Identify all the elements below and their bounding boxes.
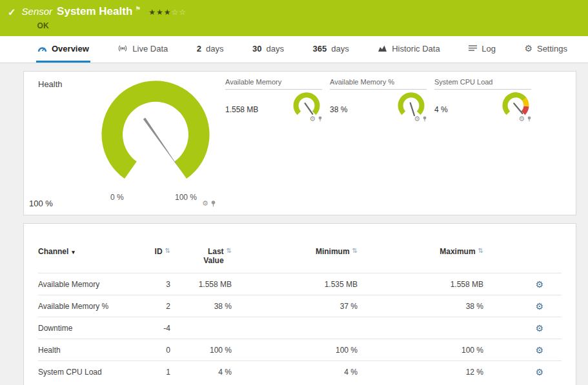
available-memory-pct-gauge xyxy=(396,91,427,117)
tab-number: 2 xyxy=(197,44,201,54)
pin-icon[interactable] xyxy=(318,116,322,122)
system-cpu-load-gauge xyxy=(500,91,531,117)
tab-label: days xyxy=(267,44,284,54)
col-minimum[interactable]: Minimum xyxy=(316,247,350,256)
tab-label: Overview xyxy=(52,44,89,54)
mini-gauges: Available Memory 1.558 MB ⚙ Available Me… xyxy=(225,78,531,123)
priority-stars[interactable]: ★★★☆☆ xyxy=(148,8,187,17)
tab-label: days xyxy=(331,44,349,54)
channel-settings-icon[interactable]: ⚙ xyxy=(535,345,543,355)
gauge-needle xyxy=(411,103,414,116)
tab-label: Settings xyxy=(537,44,567,54)
channel-filter-dropdown-icon[interactable]: ▾ xyxy=(72,249,75,255)
pin-icon[interactable] xyxy=(211,201,216,207)
gauge-settings-icon[interactable]: ⚙ xyxy=(202,200,208,207)
channel-maximum: 12 % xyxy=(358,368,483,377)
tab-log[interactable]: Log xyxy=(467,36,497,63)
mini-gauge-title: System CPU Load xyxy=(434,78,531,90)
health-gauge-value: 100 % xyxy=(29,199,53,208)
channel-name[interactable]: Downtime xyxy=(38,324,128,333)
gauge-needle xyxy=(143,117,181,170)
channel-id: 2 xyxy=(128,302,170,311)
gauge-settings-icon[interactable]: ⚙ xyxy=(414,115,420,123)
channel-settings-icon[interactable]: ⚙ xyxy=(535,323,543,333)
sort-icon[interactable]: ⇅ xyxy=(165,247,170,254)
tab-number: 30 xyxy=(252,44,261,54)
sort-icon[interactable]: ⇅ xyxy=(227,247,232,254)
channel-settings-icon[interactable]: ⚙ xyxy=(535,279,543,290)
tab-30-days[interactable]: 30 days xyxy=(251,36,285,63)
settings-gear-icon: ⚙ xyxy=(524,44,532,53)
star-icon[interactable]: ★ xyxy=(148,8,156,17)
table-row: Downtime -4 ⚙ xyxy=(38,317,562,339)
object-kind-label: Sensor xyxy=(22,6,53,17)
tab-settings[interactable]: ⚙ Settings xyxy=(523,36,569,63)
channel-minimum: 4 % xyxy=(232,368,358,377)
col-channel[interactable]: Channel xyxy=(38,247,68,256)
tab-historic-data[interactable]: Historic Data xyxy=(376,36,441,63)
channel-last-value: 4 % xyxy=(170,368,232,377)
channel-name[interactable]: Available Memory xyxy=(38,280,128,289)
channel-id: -4 xyxy=(128,324,170,333)
channel-name[interactable]: Health xyxy=(38,346,128,355)
mini-gauge-available-memory: Available Memory 1.558 MB ⚙ xyxy=(225,78,322,123)
channel-settings-icon[interactable]: ⚙ xyxy=(535,367,543,377)
live-data-broadcast-icon xyxy=(117,44,128,52)
tab-overview[interactable]: Overview xyxy=(36,36,90,63)
tab-label: Log xyxy=(482,44,496,54)
mini-gauge-value: 1.558 MB xyxy=(225,105,258,123)
tab-365-days[interactable]: 365 days xyxy=(312,36,350,63)
gauges-panel: Health 0 % 100 % 100 % ⚙ Available Memor… xyxy=(23,71,576,215)
table-header: Channel▾ ID⇅ Last Value⇅ Minimum⇅ Maximu… xyxy=(38,247,562,273)
col-last-value[interactable]: Last Value xyxy=(198,247,224,265)
available-memory-gauge xyxy=(291,91,322,117)
star-icon[interactable]: ☆ xyxy=(179,8,187,17)
pin-icon[interactable] xyxy=(423,116,427,122)
channel-id: 0 xyxy=(128,346,170,355)
sort-icon[interactable]: ⇅ xyxy=(478,247,483,254)
col-id[interactable]: ID xyxy=(155,247,163,256)
mini-gauge-system-cpu-load: System CPU Load 4 % ⚙ xyxy=(434,78,531,123)
mini-gauge-value: 4 % xyxy=(434,105,448,123)
mini-gauge-value: 38 % xyxy=(330,105,347,123)
tab-2-days[interactable]: 2 days xyxy=(196,36,225,63)
mini-gauge-title: Available Memory % xyxy=(330,78,427,90)
health-gauge xyxy=(96,77,215,182)
gauge-settings-icon[interactable]: ⚙ xyxy=(309,115,316,123)
channels-table: Channel▾ ID⇅ Last Value⇅ Minimum⇅ Maximu… xyxy=(24,224,576,382)
gauge-settings-icon[interactable]: ⚙ xyxy=(518,115,525,123)
channel-last-value: 38 % xyxy=(170,302,232,311)
gauge-needle xyxy=(514,103,522,114)
channel-last-value: 1.558 MB xyxy=(170,280,232,289)
channel-id: 1 xyxy=(128,368,170,377)
gauge-scale-max-label: 100 % xyxy=(175,193,197,202)
channel-maximum: 100 % xyxy=(358,346,483,355)
table-row: Available Memory % 2 38 % 37 % 38 % ⚙ xyxy=(38,295,562,317)
channels-panel: Channel▾ ID⇅ Last Value⇅ Minimum⇅ Maximu… xyxy=(23,223,576,385)
col-maximum[interactable]: Maximum xyxy=(440,247,475,256)
star-icon[interactable]: ★ xyxy=(164,8,172,17)
channel-minimum: 100 % xyxy=(232,346,358,355)
tab-label: Historic Data xyxy=(392,44,440,54)
channel-name[interactable]: Available Memory % xyxy=(38,302,128,311)
overview-gauge-icon xyxy=(37,44,47,52)
star-icon[interactable]: ★ xyxy=(156,8,164,17)
sensor-header: ✓ Sensor System Health ⚑ ★★★☆☆ OK xyxy=(0,0,588,36)
sort-icon[interactable]: ⇅ xyxy=(352,247,358,254)
channel-minimum: 1.535 MB xyxy=(232,280,358,289)
channel-name[interactable]: System CPU Load xyxy=(38,368,128,377)
table-row: System CPU Load 1 4 % 4 % 12 % ⚙ xyxy=(38,360,562,382)
log-list-icon xyxy=(469,44,477,52)
health-gauge-title: Health xyxy=(38,79,63,89)
tab-live-data[interactable]: Live Data xyxy=(116,36,169,63)
tab-label: Live Data xyxy=(132,44,168,54)
tab-bar: Overview Live Data 2 days 30 days 365 da… xyxy=(0,36,588,63)
channel-settings-icon[interactable]: ⚙ xyxy=(535,301,543,311)
channel-maximum: 1.558 MB xyxy=(358,280,483,289)
star-icon[interactable]: ☆ xyxy=(172,8,179,17)
priority-flag-icon[interactable]: ⚑ xyxy=(135,5,141,12)
channel-last-value: 100 % xyxy=(170,346,232,355)
pin-icon[interactable] xyxy=(527,116,531,122)
status-check-icon: ✓ xyxy=(8,6,16,18)
tab-label: days xyxy=(206,44,223,54)
